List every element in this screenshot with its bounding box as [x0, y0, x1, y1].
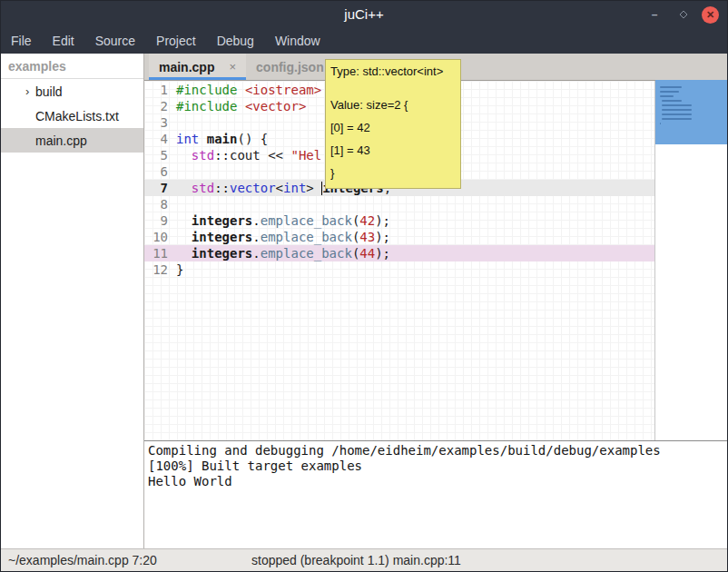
code-token: [176, 148, 192, 163]
minimap-code-line: [662, 100, 681, 102]
minimap-code-line: [662, 118, 692, 120]
line-number[interactable]: 3: [144, 114, 173, 131]
tree-item-label: main.cpp: [35, 133, 87, 148]
debug-value-tooltip: Type: std::vector<int> Value: size=2 { […: [325, 59, 461, 189]
code-token: [176, 230, 192, 244]
editor-line[interactable]: 9 integers.emplace_back(42);: [144, 212, 654, 229]
minimap[interactable]: [654, 81, 727, 440]
editor-line[interactable]: 11 integers.emplace_back(44);: [144, 245, 654, 261]
line-number[interactable]: 8: [144, 196, 173, 212]
menu-item-project[interactable]: Project: [156, 34, 196, 48]
tab-close-icon[interactable]: ×: [229, 60, 236, 74]
code-token: .: [252, 246, 260, 261]
minimize-button[interactable]: –: [644, 4, 665, 25]
code-text: #include <vector>: [176, 98, 306, 114]
line-number[interactable]: 1: [144, 82, 173, 98]
minimap-code-line: [660, 123, 661, 124]
minimap-code-line: [662, 113, 692, 115]
menu-item-window[interactable]: Window: [275, 34, 320, 48]
file-tree: ›buildCMakeLists.txtmain.cpp: [1, 79, 143, 153]
line-number[interactable]: 12: [144, 261, 173, 278]
line-number[interactable]: 2: [144, 98, 173, 114]
tree-item-main-cpp[interactable]: main.cpp: [1, 128, 143, 153]
code-text: #include <iostream>: [176, 82, 321, 98]
code-token: <iostream>: [245, 83, 321, 97]
code-token: <<: [261, 148, 291, 163]
tooltip-value-line: [0] = 42: [330, 116, 456, 139]
code-text: std::cout << "Hel: [176, 147, 321, 163]
file-tree-sidebar: examples ›buildCMakeLists.txtmain.cpp: [1, 54, 144, 548]
code-token: [176, 213, 192, 228]
code-token: 42: [359, 213, 375, 228]
tree-item-label: build: [35, 84, 63, 99]
window-title: juCi++: [1, 1, 727, 28]
close-button[interactable]: ✕: [702, 6, 719, 24]
tab-main-cpp[interactable]: main.cpp×: [149, 54, 246, 80]
line-number[interactable]: 7: [144, 180, 173, 196]
editor-line[interactable]: 8: [144, 196, 654, 212]
tooltip-type-line: Type: std::vector<int>: [330, 63, 456, 81]
status-debug-state: stopped (breakpoint 1.1) main.cpp:11: [251, 553, 461, 567]
status-file-position: ~/examples/main.cpp 7:20: [8, 553, 157, 567]
code-text: integers.emplace_back(42);: [176, 212, 390, 229]
tab-config-json[interactable]: config.json: [246, 54, 334, 80]
code-token: () {: [237, 132, 268, 146]
code-token: emplace_back: [261, 246, 352, 261]
editor-line[interactable]: 10 integers.emplace_back(43);: [144, 229, 654, 245]
tree-item-label: CMakeLists.txt: [35, 109, 119, 123]
tooltip-value-line: Value: size=2 {: [330, 94, 456, 116]
code-token: );: [375, 230, 390, 244]
maximize-icon: [679, 10, 687, 18]
code-text: integers.emplace_back(44);: [176, 245, 390, 261]
code-token: std: [192, 148, 214, 163]
chevron-right-icon[interactable]: ›: [1, 84, 35, 98]
code-token: integers: [192, 246, 252, 261]
tooltip-value-block: Value: size=2 { [0] = 42 [1] = 43}: [330, 94, 456, 184]
code-token: ::: [214, 181, 230, 195]
menu-item-debug[interactable]: Debug: [217, 34, 254, 48]
code-token: std: [192, 181, 214, 195]
maximize-button[interactable]: [673, 4, 694, 25]
code-token: [199, 132, 206, 146]
code-text: int main() {: [176, 131, 268, 147]
tooltip-value-line: }: [330, 162, 456, 184]
minimap-code-line: [662, 104, 692, 106]
editor-line[interactable]: 12}: [144, 261, 654, 278]
code-token: integers: [192, 213, 252, 228]
output-line: [100%] Built target examples: [148, 459, 723, 474]
line-number[interactable]: 9: [144, 212, 173, 229]
line-number[interactable]: 6: [144, 163, 173, 180]
tooltip-value-line: [1] = 43: [330, 139, 456, 162]
line-number[interactable]: 10: [144, 229, 173, 245]
tree-item-cmakelists-txt[interactable]: CMakeLists.txt: [1, 104, 143, 128]
code-token: "Hel: [290, 148, 321, 163]
tab-label: config.json: [256, 60, 324, 74]
line-number[interactable]: 4: [144, 131, 173, 147]
menu-item-file[interactable]: File: [11, 34, 32, 48]
code-token: .: [252, 213, 260, 228]
minimap-code-line: [660, 86, 682, 88]
minimap-code-line: [660, 91, 679, 93]
menu-item-edit[interactable]: Edit: [53, 34, 74, 48]
build-output-panel[interactable]: Compiling and debugging /home/eidheim/ex…: [144, 440, 727, 548]
code-token: vector: [230, 181, 276, 195]
code-token: cout: [230, 148, 261, 163]
code-token: [176, 181, 192, 195]
code-text: integers.emplace_back(43);: [176, 229, 390, 245]
line-number[interactable]: 11: [144, 245, 173, 261]
statusbar: ~/examples/main.cpp 7:20 stopped (breakp…: [1, 548, 727, 571]
code-token: >: [306, 181, 321, 195]
code-token: 43: [359, 230, 375, 244]
minimap-viewport[interactable]: [655, 80, 727, 144]
code-token: }: [176, 262, 183, 277]
code-token: 44: [359, 246, 375, 261]
code-token: ::: [214, 148, 230, 163]
line-number[interactable]: 5: [144, 147, 173, 163]
tree-item-build[interactable]: ›build: [1, 79, 143, 104]
menu-item-source[interactable]: Source: [95, 34, 135, 48]
project-name-header: examples: [1, 54, 143, 79]
code-token: emplace_back: [261, 213, 352, 228]
titlebar[interactable]: juCi++ – ✕: [1, 1, 727, 28]
code-token: );: [375, 213, 390, 228]
code-token: [237, 83, 244, 97]
